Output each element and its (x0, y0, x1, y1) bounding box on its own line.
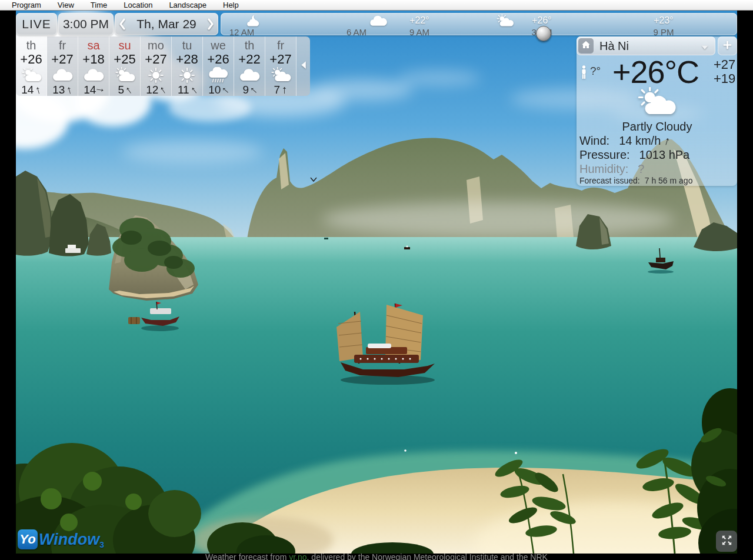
forecast-day-cell[interactable]: sa +18 14↑ (78, 36, 109, 96)
day-wind: 13↑ (47, 84, 78, 96)
add-location-button[interactable] (718, 36, 737, 55)
humidity-row: Humidity:? (579, 162, 644, 176)
day-weather-icon (205, 67, 231, 84)
wind-row: Wind:14 km/h↑ (579, 134, 670, 148)
next-day-button[interactable] (207, 18, 215, 31)
day-temp: +26 (16, 52, 46, 66)
day-temp: +28 (172, 52, 202, 66)
yowindow-logo[interactable]: Yo Window 3 (18, 529, 104, 549)
current-time-display[interactable]: 3:00 PM (58, 13, 114, 35)
day-weather-icon (268, 67, 294, 84)
date-label[interactable]: Th, Mar 29 (129, 17, 204, 31)
day-weather-icon (112, 67, 138, 84)
wind-label: Wind: (579, 134, 609, 147)
forecast-day-cell[interactable]: th +26 14↑ (16, 36, 47, 96)
forecast-day-cell[interactable]: mo +27 12↑ (141, 36, 172, 96)
location-name: Hà Ni (599, 39, 700, 53)
timeline-hour: 12 AM (229, 27, 255, 37)
day-name: mo (141, 38, 171, 52)
wind-direction-arrow: ↑ (123, 83, 135, 96)
day-weather-icon (49, 67, 75, 84)
day-wind: 14↑ (78, 84, 109, 96)
pressure-label: Pressure: (579, 148, 630, 161)
day-name: su (109, 38, 140, 52)
forecast-day-cell[interactable]: fr +27 13↑ (47, 36, 78, 96)
humidity-label: Humidity: (579, 162, 628, 175)
day-name: th (234, 38, 265, 52)
pressure-row: Pressure:1013 hPa (579, 148, 689, 162)
time-slider-knob[interactable] (536, 26, 551, 41)
menu-view[interactable]: View (49, 0, 82, 10)
credit-suffix: , delivered by the Norwegian Meteorologi… (307, 552, 548, 560)
day-name: th (16, 38, 46, 52)
forecast-day-cell[interactable]: tu +28 11↑ (172, 36, 203, 96)
menu-bar: Program View Time Location Landscape Hel… (0, 0, 753, 11)
credit-prefix: Weather forecast from (205, 552, 289, 560)
timeline-temp: +22° (409, 15, 429, 26)
day-wind: 14↑ (16, 84, 46, 96)
menu-landscape[interactable]: Landscape (161, 0, 215, 10)
day-temp: +27 (141, 52, 171, 66)
forecast-issued-row: Forecast issued:7 h 56 m ago (579, 176, 692, 185)
collapse-week-strip-button[interactable] (296, 36, 310, 96)
app-viewport: LIVE 3:00 PM Th, Mar 29 +22° +26° +23° 1… (16, 11, 737, 554)
person-icon (579, 65, 588, 80)
home-location-button[interactable] (578, 38, 594, 54)
day-wind: 11↑ (172, 84, 202, 96)
menu-program[interactable]: Program (4, 0, 49, 10)
day-weather-icon (174, 67, 200, 84)
day-wind: 5↑ (109, 84, 140, 96)
timeline-temp: +26° (532, 15, 552, 26)
forecast-day-cell[interactable]: su +25 5↑ (109, 36, 141, 96)
menu-time[interactable]: Time (82, 0, 115, 10)
issued-label: Forecast issued: (579, 176, 640, 185)
date-navigator: Th, Mar 29 (115, 13, 218, 35)
day-temp: +26 (203, 52, 234, 66)
current-temperature: +26°C (601, 54, 710, 89)
day-temp: +27 (265, 52, 296, 66)
wind-direction-arrow: ↑ (282, 84, 288, 96)
day-name: sa (78, 38, 109, 52)
live-button[interactable]: LIVE (16, 13, 57, 35)
pressure-value: 1013 hPa (639, 148, 690, 161)
location-selector[interactable]: Hà Ni (577, 36, 715, 55)
issued-value: 7 h 56 m ago (645, 176, 693, 185)
day-weather-icon (236, 67, 262, 84)
prev-day-button[interactable] (118, 18, 126, 31)
yrno-link[interactable]: yr.no (289, 552, 306, 560)
fullscreen-button[interactable] (716, 531, 737, 552)
menu-help[interactable]: Help (215, 0, 247, 10)
feels-like-value: ?° (590, 65, 601, 78)
forecast-day-cell[interactable]: th +22 9↑ (234, 36, 265, 96)
wind-value: 14 km/h (619, 134, 661, 147)
chevron-down-icon[interactable] (700, 42, 709, 49)
day-weather-icon (18, 67, 44, 84)
partly-sunny-icon (494, 14, 515, 28)
low-temp: +19 (714, 72, 735, 86)
floating-crate (128, 317, 140, 324)
day-weather-icon (143, 67, 169, 84)
day-wind: 12↑ (141, 84, 171, 96)
condition-text: Partly Cloudy (591, 120, 723, 134)
day-name: fr (265, 38, 296, 52)
wind-direction-arrow: ↑ (157, 83, 169, 96)
day-wind: 7↑ (265, 84, 296, 96)
timeline-scrubber[interactable]: +22° +26° +23° 12 AM 6 AM 9 AM 3 PM 9 PM (221, 13, 737, 35)
floating-house (65, 248, 81, 253)
menu-location[interactable]: Location (115, 0, 161, 10)
day-name: we (203, 38, 234, 52)
day-weather-icon (81, 67, 106, 84)
cloudy-icon (368, 14, 389, 28)
day-temp: +27 (47, 52, 78, 66)
forecast-day-cell[interactable]: fr +27 7↑ (265, 36, 296, 96)
condition-icon (631, 87, 681, 119)
forecast-day-cell[interactable]: we +26 10↑ (203, 36, 234, 96)
week-forecast-strip: th +26 14↑ fr +27 13↑ sa +18 14↑ su +25 … (16, 36, 310, 96)
timeline-hour: 6 AM (346, 27, 366, 37)
timeline-hour: 9 PM (653, 27, 674, 37)
high-temp: +27 (714, 58, 735, 72)
day-name: tu (172, 38, 202, 52)
plus-icon (722, 39, 733, 53)
day-temp: +18 (78, 52, 109, 66)
collapse-left-icon (300, 60, 307, 72)
